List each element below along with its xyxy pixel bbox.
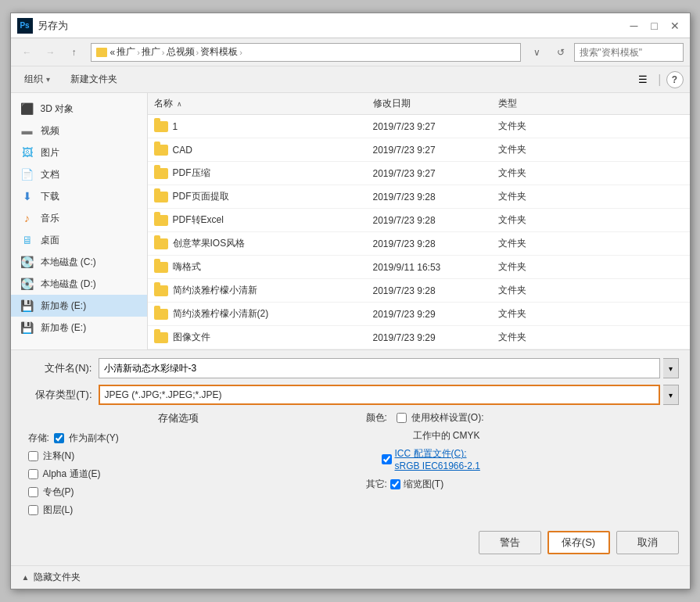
use-proof-sublabel: 工作中的 CMYK bbox=[366, 429, 679, 443]
filename-input[interactable] bbox=[99, 358, 660, 378]
sidebar-item-video[interactable]: ▬ 视频 bbox=[11, 120, 147, 142]
column-date[interactable]: 修改日期 bbox=[373, 97, 498, 110]
sidebar-label-video: 视频 bbox=[41, 124, 59, 138]
filename-input-container: ▾ bbox=[99, 358, 679, 378]
file-date: 2019/7/23 9:28 bbox=[373, 192, 498, 202]
forward-button[interactable]: → bbox=[41, 43, 61, 62]
filetype-row: 保存类型(T): JPEG (*.JPG;*.JPEG;*.JPE) ▾ bbox=[22, 385, 679, 405]
file-date: 2019/7/23 9:28 bbox=[373, 238, 498, 249]
sidebar-item-3d[interactable]: ⬛ 3D 对象 bbox=[11, 98, 147, 120]
filetype-dropdown-btn[interactable]: ▾ bbox=[663, 385, 679, 405]
file-name: PDF转Excel bbox=[173, 213, 224, 227]
icc-checkbox[interactable] bbox=[382, 454, 392, 464]
organize-button[interactable]: 组织 ▾ bbox=[17, 70, 57, 90]
layers-row: 图层(L) bbox=[22, 503, 335, 517]
color-section: 颜色: 使用校样设置(O): 工作中的 CMYK ICC 配置文件(C): sR… bbox=[366, 411, 679, 471]
address-part-3: 推广 bbox=[142, 45, 160, 59]
table-row[interactable]: 简约淡雅柠檬小清新 2019/7/23 9:28 文件夹 bbox=[148, 279, 690, 303]
sidebar-item-drive-d[interactable]: 💽 本地磁盘 (D:) bbox=[11, 273, 147, 295]
new-folder-label: 新建文件夹 bbox=[70, 73, 117, 86]
warning-button[interactable]: 警告 bbox=[479, 531, 541, 554]
file-type: 文件夹 bbox=[498, 190, 684, 203]
as-copy-label: 作为副本(Y) bbox=[69, 432, 119, 445]
sidebar-item-doc[interactable]: 📄 文档 bbox=[11, 163, 147, 185]
address-current: 资料模板 bbox=[200, 45, 238, 59]
sidebar-item-music[interactable]: ♪ 音乐 bbox=[11, 207, 147, 229]
hide-folder-toggle[interactable]: ▲ 隐藏文件夹 bbox=[11, 565, 690, 589]
notes-checkbox[interactable] bbox=[28, 451, 38, 461]
alpha-label: Alpha 通道(E) bbox=[43, 468, 101, 481]
icc-link[interactable]: ICC 配置文件(C): sRGB IEC61966-2.1 bbox=[395, 448, 480, 471]
sidebar-item-drive-e[interactable]: 💾 新加卷 (E:) bbox=[11, 295, 147, 317]
save-button[interactable]: 保存(S) bbox=[547, 531, 610, 554]
sidebar-item-picture[interactable]: 🖼 图片 bbox=[11, 142, 147, 163]
column-type[interactable]: 类型 bbox=[498, 97, 684, 110]
maximize-button[interactable]: □ bbox=[646, 17, 663, 34]
thumbnail-checkbox[interactable] bbox=[390, 479, 400, 489]
table-row[interactable]: PDF页面提取 2019/7/23 9:28 文件夹 bbox=[148, 185, 690, 209]
column-name[interactable]: 名称 ∧ bbox=[154, 97, 373, 110]
new-folder-button[interactable]: 新建文件夹 bbox=[63, 70, 124, 90]
address-sep-1: › bbox=[137, 48, 140, 57]
music-icon: ♪ bbox=[20, 211, 34, 225]
file-name: 1 bbox=[173, 121, 178, 132]
table-row[interactable]: CAD 2019/7/23 9:27 文件夹 bbox=[148, 138, 690, 162]
cancel-button[interactable]: 取消 bbox=[616, 531, 679, 554]
sidebar-item-drive-c[interactable]: 💽 本地磁盘 (C:) bbox=[11, 251, 147, 273]
file-name: 简约淡雅柠檬小清新 bbox=[173, 284, 257, 297]
view-separator: | bbox=[658, 73, 661, 87]
spot-checkbox[interactable] bbox=[28, 487, 38, 497]
minimize-button[interactable]: ─ bbox=[626, 17, 643, 34]
sidebar: ⬛ 3D 对象 ▬ 视频 🖼 图片 📄 文档 ⬇ 下载 ♪ 音乐 bbox=[11, 93, 148, 349]
table-row[interactable]: PDF转Excel 2019/7/23 9:28 文件夹 bbox=[148, 209, 690, 232]
dropdown-button[interactable]: ∨ bbox=[527, 43, 547, 62]
layers-checkbox[interactable] bbox=[28, 505, 38, 515]
table-row[interactable]: PDF压缩 2019/7/23 9:27 文件夹 bbox=[148, 162, 690, 185]
file-date: 2019/7/23 9:29 bbox=[373, 332, 498, 343]
spot-row: 专色(P) bbox=[22, 486, 335, 499]
drive-d-icon: 💽 bbox=[20, 277, 34, 291]
folder-icon bbox=[154, 238, 168, 249]
filetype-dropdown[interactable]: JPEG (*.JPG;*.JPEG;*.JPE) bbox=[99, 385, 660, 405]
notes-row: 注释(N) bbox=[22, 450, 335, 463]
actions-bar: 组织 ▾ 新建文件夹 ☰ | ? bbox=[11, 66, 690, 93]
file-name: 创意苹果IOS风格 bbox=[173, 237, 246, 250]
view-toggle-button[interactable]: ☰ bbox=[633, 70, 653, 90]
folder-icon bbox=[154, 285, 168, 296]
icc-row: ICC 配置文件(C): sRGB IEC61966-2.1 bbox=[366, 447, 679, 471]
alpha-checkbox[interactable] bbox=[28, 469, 38, 479]
icc-label: ICC 配置文件(C): sRGB IEC61966-2.1 bbox=[395, 447, 480, 471]
icc-check-row: ICC 配置文件(C): sRGB IEC61966-2.1 bbox=[382, 447, 480, 471]
other-label: 其它: bbox=[366, 478, 387, 491]
table-row[interactable]: 图像文件 2019/7/23 9:29 文件夹 bbox=[148, 326, 690, 349]
table-row[interactable]: 1 2019/7/23 9:27 文件夹 bbox=[148, 115, 690, 138]
filetype-value: JPEG (*.JPG;*.JPEG;*.JPE) bbox=[105, 389, 222, 400]
other-section: 其它: 缩览图(T) bbox=[366, 478, 679, 491]
thumbnail-label: 缩览图(T) bbox=[404, 478, 443, 491]
table-row[interactable]: 嗨格式 2019/9/11 16:53 文件夹 bbox=[148, 256, 690, 279]
drive-c-icon: 💽 bbox=[20, 255, 34, 269]
refresh-button[interactable]: ↺ bbox=[551, 43, 571, 62]
close-button[interactable]: ✕ bbox=[666, 17, 684, 34]
save-options-left: 存储选项 存储: 作为副本(Y) 注释(N) Alpha 通道(E) 专色(P) bbox=[22, 411, 335, 521]
sidebar-item-drive-e2[interactable]: 💾 新加卷 (E:) bbox=[11, 317, 147, 339]
file-type: 文件夹 bbox=[498, 307, 684, 321]
file-type: 文件夹 bbox=[498, 167, 684, 180]
table-row[interactable]: 简约淡雅柠檬小清新(2) 2019/7/23 9:29 文件夹 bbox=[148, 303, 690, 326]
table-row[interactable]: 创意苹果IOS风格 2019/7/23 9:28 文件夹 bbox=[148, 232, 690, 256]
help-button[interactable]: ? bbox=[666, 71, 684, 88]
3d-icon: ⬛ bbox=[20, 102, 34, 116]
address-sep-3: › bbox=[196, 48, 199, 57]
file-rows-container: 1 2019/7/23 9:27 文件夹 CAD 2019/7/23 9:27 … bbox=[148, 115, 690, 349]
title-bar-left: Ps 另存为 bbox=[17, 18, 68, 34]
video-icon: ▬ bbox=[20, 124, 34, 138]
use-proof-checkbox[interactable] bbox=[397, 413, 407, 423]
sidebar-item-desktop[interactable]: 🖥 桌面 bbox=[11, 229, 147, 251]
filename-dropdown-btn[interactable]: ▾ bbox=[663, 358, 679, 378]
up-button[interactable]: ↑ bbox=[64, 43, 84, 62]
save-dialog: Ps 另存为 ─ □ ✕ ← → ↑ « 推广 › 推广 › 总视频 › 资料模… bbox=[10, 13, 691, 589]
as-copy-checkbox[interactable] bbox=[54, 433, 64, 443]
back-button[interactable]: ← bbox=[17, 43, 38, 62]
sidebar-item-download[interactable]: ⬇ 下载 bbox=[11, 185, 147, 207]
search-input[interactable] bbox=[580, 47, 697, 58]
